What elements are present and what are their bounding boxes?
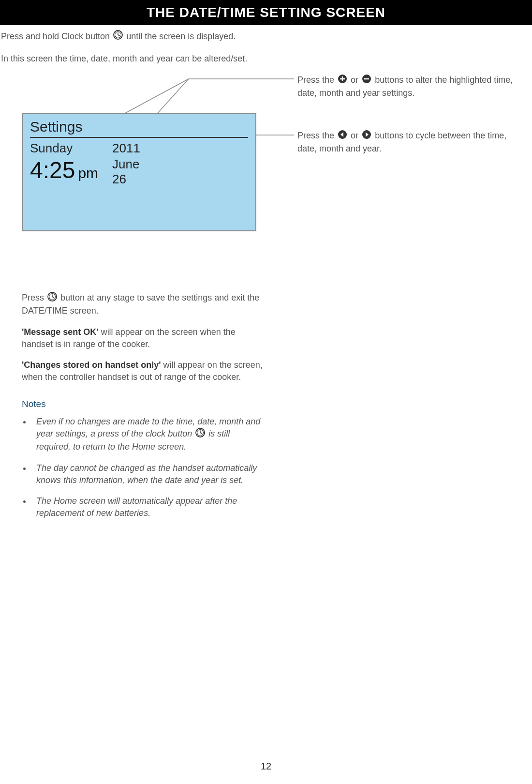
plus-icon	[338, 74, 347, 87]
intro-line1a: Press and hold Clock button	[1, 31, 110, 41]
notes-heading: Notes	[22, 398, 264, 411]
bottom-p3-bold: 'Changes stored on handset only'	[22, 360, 161, 370]
intro-text: Press and hold Clock button until the sc…	[0, 25, 532, 65]
device-day: Sunday	[30, 141, 112, 156]
left-icon	[338, 130, 347, 143]
clock-icon	[47, 292, 57, 305]
device-ampm: pm	[78, 165, 98, 181]
device-title: Settings	[30, 119, 248, 135]
callout1-b: or	[351, 75, 358, 85]
callout2-b: or	[351, 131, 358, 141]
clock-icon	[113, 30, 123, 44]
bottom-p2-bold: 'Message sent OK'	[22, 327, 99, 337]
device-year: 2011	[112, 141, 140, 156]
minus-icon	[362, 74, 371, 87]
callout2-a: Press the	[297, 131, 334, 141]
right-icon	[362, 130, 371, 143]
bottom-section: Press button at any stage to save the se…	[22, 292, 264, 519]
callout-plus-minus: Press the or buttons to alter the highli…	[297, 74, 515, 99]
page-header: THE DATE/TIME SETTING SCREEN	[0, 0, 532, 25]
bottom-p1b: button at any stage to save the settings…	[22, 293, 259, 316]
note-2: The day cannot be changed as the handset…	[31, 462, 264, 486]
diagram-area: Settings Sunday 4:25pm 2011 June 26 Pres…	[0, 74, 532, 292]
device-month: June	[112, 157, 140, 172]
callout1-a: Press the	[297, 75, 334, 85]
notes-list: Even if no changes are made to the time,…	[22, 416, 264, 519]
callout-left-right: Press the or buttons to cycle between th…	[297, 130, 515, 155]
note-1: Even if no changes are made to the time,…	[31, 416, 264, 453]
intro-line2: In this screen the time, date, month and…	[1, 52, 532, 65]
bottom-p1a: Press	[22, 293, 44, 303]
note-3: The Home screen will automatically appea…	[31, 495, 264, 519]
device-time-value: 4:25	[30, 157, 75, 183]
intro-line1b: until the screen is displayed.	[126, 31, 236, 41]
device-divider	[30, 137, 248, 138]
device-time: 4:25pm	[30, 157, 112, 183]
page-number: 12	[0, 761, 532, 772]
clock-icon	[195, 428, 205, 441]
device-daynum: 26	[112, 172, 140, 187]
device-screen: Settings Sunday 4:25pm 2011 June 26	[22, 113, 256, 231]
